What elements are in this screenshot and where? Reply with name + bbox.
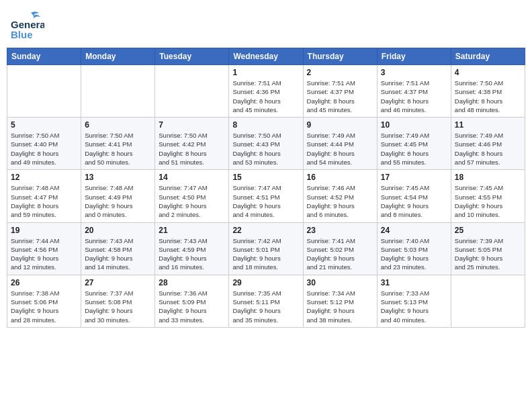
day-cell	[81, 65, 155, 118]
day-info: Sunrise: 7:33 AMSunset: 5:13 PMDaylight:…	[381, 289, 447, 324]
day-info: Sunrise: 7:50 AMSunset: 4:43 PMDaylight:…	[232, 131, 299, 167]
day-number: 15	[232, 173, 299, 182]
day-number: 5	[11, 120, 77, 130]
day-number: 6	[85, 120, 151, 130]
day-number: 22	[232, 226, 299, 235]
day-info: Sunrise: 7:35 AMSunset: 5:11 PMDaylight:…	[232, 289, 299, 324]
day-info: Sunrise: 7:45 AMSunset: 4:55 PMDaylight:…	[455, 183, 521, 219]
day-info: Sunrise: 7:50 AMSunset: 4:40 PMDaylight:…	[11, 131, 77, 167]
day-number: 10	[381, 120, 447, 130]
day-info: Sunrise: 7:36 AMSunset: 5:09 PMDaylight:…	[159, 289, 225, 324]
day-number: 8	[232, 120, 299, 130]
day-cell: 26Sunrise: 7:38 AMSunset: 5:06 PMDayligh…	[7, 275, 81, 327]
weekday-header-wednesday: Wednesday	[229, 48, 303, 65]
day-cell	[7, 65, 81, 118]
day-cell: 4Sunrise: 7:50 AMSunset: 4:38 PMDaylight…	[451, 65, 525, 118]
week-row-5: 26Sunrise: 7:38 AMSunset: 5:06 PMDayligh…	[7, 275, 525, 327]
calendar-table: SundayMondayTuesdayWednesdayThursdayFrid…	[7, 48, 525, 328]
day-info: Sunrise: 7:43 AMSunset: 4:59 PMDaylight:…	[159, 236, 225, 272]
week-row-4: 19Sunrise: 7:44 AMSunset: 4:56 PMDayligh…	[7, 222, 525, 275]
day-cell: 9Sunrise: 7:49 AMSunset: 4:44 PMDaylight…	[303, 118, 377, 170]
day-cell	[155, 65, 229, 118]
day-cell: 1Sunrise: 7:51 AMSunset: 4:36 PMDaylight…	[229, 65, 303, 118]
day-number: 2	[307, 68, 373, 77]
day-cell: 19Sunrise: 7:44 AMSunset: 4:56 PMDayligh…	[7, 222, 81, 275]
logo: GeneralBlue	[11, 9, 44, 40]
day-number: 4	[455, 68, 521, 77]
day-info: Sunrise: 7:47 AMSunset: 4:51 PMDaylight:…	[232, 183, 299, 219]
day-cell: 3Sunrise: 7:51 AMSunset: 4:37 PMDaylight…	[377, 65, 451, 118]
day-info: Sunrise: 7:49 AMSunset: 4:45 PMDaylight:…	[381, 131, 447, 167]
day-info: Sunrise: 7:45 AMSunset: 4:54 PMDaylight:…	[381, 183, 447, 219]
day-number: 25	[455, 226, 521, 235]
weekday-header-saturday: Saturday	[451, 48, 525, 65]
day-info: Sunrise: 7:48 AMSunset: 4:47 PMDaylight:…	[11, 183, 77, 219]
day-cell: 21Sunrise: 7:43 AMSunset: 4:59 PMDayligh…	[155, 222, 229, 275]
day-cell: 17Sunrise: 7:45 AMSunset: 4:54 PMDayligh…	[377, 170, 451, 222]
day-info: Sunrise: 7:38 AMSunset: 5:06 PMDaylight:…	[11, 289, 77, 324]
day-info: Sunrise: 7:50 AMSunset: 4:38 PMDaylight:…	[455, 79, 521, 114]
day-info: Sunrise: 7:41 AMSunset: 5:02 PMDaylight:…	[307, 236, 373, 272]
day-info: Sunrise: 7:50 AMSunset: 4:42 PMDaylight:…	[159, 131, 225, 167]
day-number: 1	[232, 68, 299, 77]
day-number: 9	[307, 120, 373, 130]
day-number: 14	[159, 173, 225, 182]
day-cell: 10Sunrise: 7:49 AMSunset: 4:45 PMDayligh…	[377, 118, 451, 170]
day-cell: 28Sunrise: 7:36 AMSunset: 5:09 PMDayligh…	[155, 275, 229, 327]
day-cell: 14Sunrise: 7:47 AMSunset: 4:50 PMDayligh…	[155, 170, 229, 222]
weekday-header-monday: Monday	[81, 48, 155, 65]
weekday-header-tuesday: Tuesday	[155, 48, 229, 65]
day-info: Sunrise: 7:49 AMSunset: 4:46 PMDaylight:…	[455, 131, 521, 167]
day-number: 19	[11, 226, 77, 235]
day-info: Sunrise: 7:34 AMSunset: 5:12 PMDaylight:…	[307, 289, 373, 324]
day-info: Sunrise: 7:40 AMSunset: 5:03 PMDaylight:…	[381, 236, 447, 272]
day-cell: 29Sunrise: 7:35 AMSunset: 5:11 PMDayligh…	[229, 275, 303, 327]
day-info: Sunrise: 7:50 AMSunset: 4:41 PMDaylight:…	[85, 131, 151, 167]
day-info: Sunrise: 7:49 AMSunset: 4:44 PMDaylight:…	[307, 131, 373, 167]
day-info: Sunrise: 7:44 AMSunset: 4:56 PMDaylight:…	[11, 236, 77, 272]
day-cell: 20Sunrise: 7:43 AMSunset: 4:58 PMDayligh…	[81, 222, 155, 275]
day-cell: 23Sunrise: 7:41 AMSunset: 5:02 PMDayligh…	[303, 222, 377, 275]
week-row-2: 5Sunrise: 7:50 AMSunset: 4:40 PMDaylight…	[7, 118, 525, 170]
day-number: 24	[381, 226, 447, 235]
day-number: 30	[307, 278, 373, 287]
weekday-header-sunday: Sunday	[7, 48, 81, 65]
day-info: Sunrise: 7:51 AMSunset: 4:36 PMDaylight:…	[232, 79, 299, 114]
day-info: Sunrise: 7:48 AMSunset: 4:49 PMDaylight:…	[85, 183, 151, 219]
day-cell: 11Sunrise: 7:49 AMSunset: 4:46 PMDayligh…	[451, 118, 525, 170]
day-number: 23	[307, 226, 373, 235]
day-info: Sunrise: 7:42 AMSunset: 5:01 PMDaylight:…	[232, 236, 299, 272]
day-info: Sunrise: 7:47 AMSunset: 4:50 PMDaylight:…	[159, 183, 225, 219]
day-number: 11	[455, 120, 521, 130]
day-cell: 13Sunrise: 7:48 AMSunset: 4:49 PMDayligh…	[81, 170, 155, 222]
logo: GeneralBlue	[11, 9, 44, 40]
day-cell: 8Sunrise: 7:50 AMSunset: 4:43 PMDaylight…	[229, 118, 303, 170]
day-cell: 16Sunrise: 7:46 AMSunset: 4:52 PMDayligh…	[303, 170, 377, 222]
day-number: 21	[159, 226, 225, 235]
day-number: 17	[381, 173, 447, 182]
day-number: 31	[381, 278, 447, 287]
day-cell: 24Sunrise: 7:40 AMSunset: 5:03 PMDayligh…	[377, 222, 451, 275]
day-number: 16	[307, 173, 373, 182]
day-cell: 2Sunrise: 7:51 AMSunset: 4:37 PMDaylight…	[303, 65, 377, 118]
logo-svg: GeneralBlue	[11, 9, 44, 40]
day-cell: 27Sunrise: 7:37 AMSunset: 5:08 PMDayligh…	[81, 275, 155, 327]
week-row-1: 1Sunrise: 7:51 AMSunset: 4:36 PMDaylight…	[7, 65, 525, 118]
day-info: Sunrise: 7:51 AMSunset: 4:37 PMDaylight:…	[381, 79, 447, 114]
day-cell: 18Sunrise: 7:45 AMSunset: 4:55 PMDayligh…	[451, 170, 525, 222]
weekday-header-friday: Friday	[377, 48, 451, 65]
day-cell: 25Sunrise: 7:39 AMSunset: 5:05 PMDayligh…	[451, 222, 525, 275]
day-cell: 7Sunrise: 7:50 AMSunset: 4:42 PMDaylight…	[155, 118, 229, 170]
day-info: Sunrise: 7:46 AMSunset: 4:52 PMDaylight:…	[307, 183, 373, 219]
day-number: 27	[85, 278, 151, 287]
day-cell: 31Sunrise: 7:33 AMSunset: 5:13 PMDayligh…	[377, 275, 451, 327]
page-header: GeneralBlue	[7, 7, 525, 42]
svg-text:Blue: Blue	[11, 29, 33, 40]
day-info: Sunrise: 7:51 AMSunset: 4:37 PMDaylight:…	[307, 79, 373, 114]
day-number: 28	[159, 278, 225, 287]
weekday-header-thursday: Thursday	[303, 48, 377, 65]
day-cell: 6Sunrise: 7:50 AMSunset: 4:41 PMDaylight…	[81, 118, 155, 170]
day-cell: 15Sunrise: 7:47 AMSunset: 4:51 PMDayligh…	[229, 170, 303, 222]
day-number: 29	[232, 278, 299, 287]
day-number: 26	[11, 278, 77, 287]
